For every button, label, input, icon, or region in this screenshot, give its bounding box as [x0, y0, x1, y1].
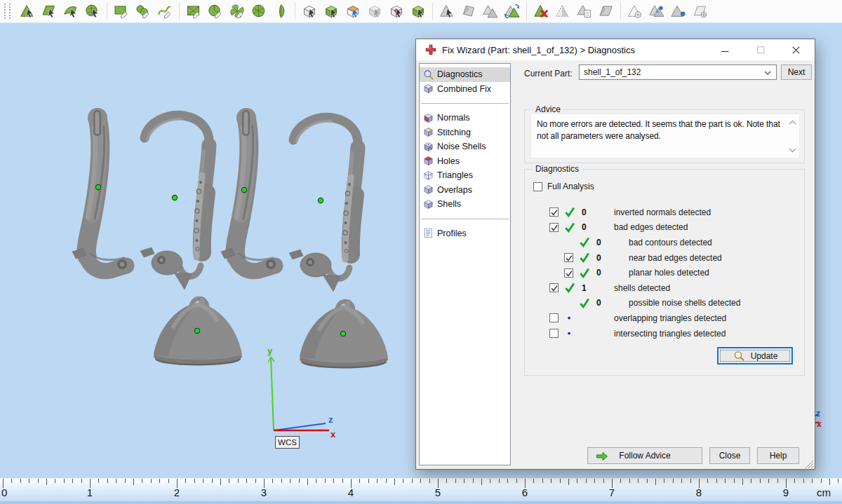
ruler-tick	[742, 479, 743, 485]
mark-surface-icon[interactable]	[63, 4, 79, 19]
ruler-tick	[673, 479, 674, 483]
unmark-shell-icon[interactable]	[483, 4, 498, 19]
ruler-tick	[681, 479, 682, 483]
ruler-tick	[377, 479, 377, 483]
full-analysis-checkbox[interactable]	[533, 182, 542, 191]
marking-pie-icon[interactable]	[251, 4, 267, 19]
ruler-number: 5	[435, 486, 441, 498]
ruler-tick	[142, 479, 142, 483]
sidebar-item-profiles[interactable]: Profiles	[420, 226, 510, 241]
magics-application: y z x z x WCS cm 0123456789 Fix Wizard (…	[0, 0, 842, 504]
sidebar-item-label: Overlaps	[437, 185, 472, 195]
maximize-button[interactable]	[745, 39, 777, 60]
ruler-tick	[168, 479, 169, 483]
model-earring-hook-3[interactable]	[221, 108, 276, 271]
scroll-up-icon[interactable]	[787, 118, 797, 126]
mark-cube-point-icon[interactable]	[389, 4, 404, 19]
diagnostic-label: bad edges detected	[614, 222, 688, 232]
dialog-titlebar[interactable]: Fix Wizard (Part: shell_1_of_132) > Diag…	[416, 39, 815, 60]
ruler-number: 0	[1, 486, 7, 498]
follow-advice-button[interactable]: Follow Advice	[587, 447, 702, 464]
mark-plane-icon[interactable]	[41, 4, 57, 19]
diagnostic-label: bad contours detected	[629, 238, 712, 247]
marking-rectangle-icon[interactable]	[114, 4, 129, 19]
split-marked-shells-icon[interactable]	[649, 4, 664, 19]
current-part-dropdown[interactable]: shell_1_of_132	[579, 64, 777, 80]
remark-triangles-icon[interactable]	[504, 4, 520, 19]
unmark-plane-icon[interactable]	[461, 4, 476, 19]
update-magnifier-icon	[733, 350, 745, 362]
ruler-tick	[281, 479, 282, 483]
marking-leaf-icon[interactable]	[273, 4, 288, 19]
marking-circle-icon[interactable]	[135, 4, 151, 19]
unmark-all-planes-icon[interactable]	[599, 4, 614, 19]
ruler-tick	[594, 479, 595, 483]
unmark-triangle-icon[interactable]	[439, 4, 455, 19]
mark-cube-all-icon[interactable]	[323, 4, 339, 19]
marked-plane-to-part-icon[interactable]	[693, 4, 708, 19]
sidebar-item-holes[interactable]: Holes	[420, 154, 510, 169]
ruler-tick	[185, 479, 186, 483]
wcs-x-axis-label: x	[330, 429, 336, 440]
ruler-tick	[838, 479, 838, 483]
ruler-tick	[499, 479, 500, 483]
sidebar-item-triangles[interactable]: Triangles	[420, 168, 510, 183]
ruler-tick	[212, 479, 213, 483]
sidebar-item-noise-shells[interactable]: Noise Shells	[420, 139, 510, 154]
resize-grip[interactable]	[805, 460, 814, 469]
next-button[interactable]: Next	[781, 64, 812, 80]
fix-wizard-cross-icon	[425, 44, 436, 55]
sidebar-item-diagnostics[interactable]: Diagnostics	[420, 67, 510, 82]
ruler-tick	[107, 479, 108, 483]
mark-cube-clear-icon[interactable]	[302, 4, 317, 19]
sidebar-item-combined-fix[interactable]: Combined Fix	[420, 82, 510, 97]
sidebar-item-normals[interactable]: Normals	[420, 111, 510, 125]
toolbar-drag-handle[interactable]	[4, 4, 11, 19]
model-earring-hook-2[interactable]	[140, 115, 209, 290]
diagnostic-row: 1shells detected	[549, 280, 740, 296]
mark-cube-shell-icon[interactable]	[410, 4, 426, 19]
diagnostic-label: intersecting triangles detected	[614, 329, 726, 339]
close-button[interactable]: Close	[709, 447, 750, 464]
diagnostic-checkbox[interactable]	[549, 313, 559, 322]
diagnostic-checkbox[interactable]	[549, 223, 559, 232]
marking-freeform-icon[interactable]	[157, 4, 173, 19]
mark-triangle-icon[interactable]	[20, 4, 35, 19]
close-window-icon[interactable]	[780, 39, 812, 60]
ruler-tick	[455, 479, 456, 483]
help-button[interactable]: Help	[757, 447, 799, 464]
scroll-down-icon[interactable]	[787, 146, 797, 154]
invert-marked-icon[interactable]	[555, 4, 570, 19]
viewport-bottom-strip	[0, 501, 842, 504]
mark-cube-top-icon[interactable]	[345, 4, 361, 19]
ruler-tick	[290, 479, 290, 483]
copy-marked-icon[interactable]	[577, 4, 592, 19]
sidebar-item-stitching[interactable]: Stitching	[420, 125, 510, 140]
marked-to-part-icon[interactable]	[671, 4, 686, 19]
cube-yellow-edge-icon	[423, 127, 434, 137]
minimize-button[interactable]	[709, 39, 741, 60]
ruler-tick	[647, 479, 648, 483]
ruler-tick	[299, 479, 300, 483]
sidebar-item-shells[interactable]: Shells	[420, 197, 510, 212]
ruler-tick	[325, 479, 326, 483]
diagnostic-checkbox[interactable]	[549, 283, 559, 292]
show-marked-icon[interactable]	[627, 4, 643, 19]
diagnostic-checkbox[interactable]	[549, 329, 559, 338]
marking-window-icon[interactable]	[186, 4, 201, 19]
diagnostics-group: Diagnostics Full Analysis 0inverted norm…	[524, 169, 805, 376]
diagnostic-checkbox[interactable]	[564, 268, 573, 278]
update-button[interactable]: Update	[717, 347, 793, 365]
mark-shell-icon[interactable]	[85, 4, 100, 19]
diagnostic-checkbox[interactable]	[564, 253, 573, 262]
marking-star-icon[interactable]	[229, 4, 245, 19]
model-earring-hook-4[interactable]	[289, 117, 358, 292]
sidebar-item-overlaps[interactable]: Overlaps	[420, 183, 510, 198]
marking-pie-segment-icon[interactable]	[208, 4, 223, 19]
cube-icon	[423, 83, 434, 94]
status-check-icon	[564, 282, 582, 293]
diagnostic-label: planar holes detected	[629, 268, 709, 278]
diagnostic-checkbox[interactable]	[549, 207, 559, 217]
mark-cube-disabled-icon[interactable]	[367, 4, 382, 19]
delete-marked-icon[interactable]	[533, 4, 549, 19]
